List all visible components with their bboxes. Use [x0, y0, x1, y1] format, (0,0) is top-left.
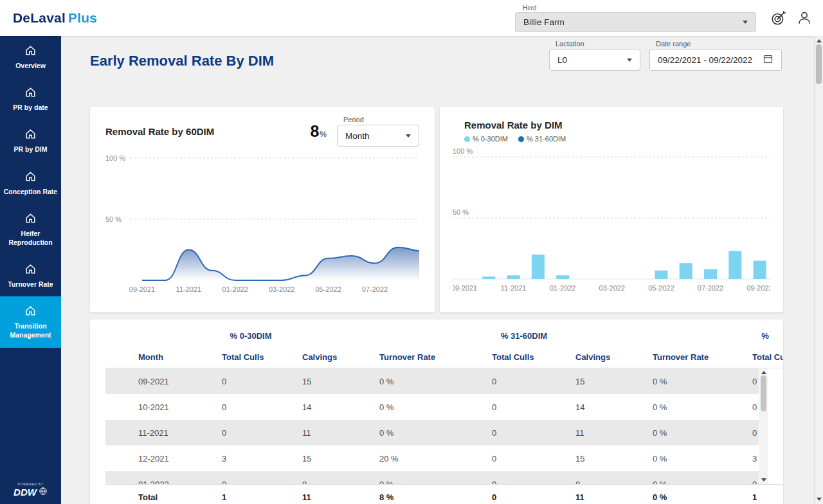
total-cell: 1 [222, 492, 302, 502]
scroll-down-icon[interactable] [817, 498, 822, 501]
svg-text:09-2022: 09-2022 [746, 284, 770, 292]
sidebar-item-pr-by-dim[interactable]: PR by DIM [0, 120, 61, 161]
table-cell: 15 [575, 454, 653, 464]
legend-item: % 0-30DIM [464, 135, 508, 143]
table-cell: 09-2021 [138, 377, 222, 386]
sidebar-item-label: Conception Rate [3, 187, 58, 196]
table-cell: 10-2021 [138, 402, 222, 412]
table-row: MonthTotal CullsCalvingsTurnover RateTot… [105, 346, 783, 368]
svg-text:50 %: 50 % [453, 208, 469, 216]
column-header-cell: Month [138, 352, 222, 362]
home-icon [24, 44, 37, 59]
table-cell: 0 [752, 377, 759, 386]
line-chart: 100 %50 %09-202111-202101-202203-202205-… [105, 149, 419, 301]
line-card-controls: 8 % Period Month [310, 116, 419, 147]
sidebar-item-overview[interactable]: Overview [0, 36, 61, 78]
home-icon [24, 86, 37, 101]
sidebar-item-heifer-reproduction[interactable]: Heifer Reproduction [0, 204, 61, 255]
total-cell: 0 % [653, 492, 752, 502]
table-cell: 11 [575, 428, 653, 438]
scroll-up-icon[interactable] [761, 371, 766, 374]
scroll-down-icon[interactable] [761, 478, 766, 482]
total-cell: 1 [752, 492, 783, 502]
sidebar-item-transition-management[interactable]: Transition Management [0, 296, 61, 347]
daterange-input[interactable]: 09/22/2021 - 09/22/2022 [649, 49, 782, 71]
table-cell: 0 [222, 377, 302, 386]
page-scrollbar[interactable] [814, 36, 823, 504]
column-header-cell: Turnover Rate [653, 352, 752, 362]
svg-text:07-2022: 07-2022 [698, 284, 723, 292]
app-logo: DeLavalPlus [13, 10, 97, 26]
column-header-cell: Turnover Rate [379, 352, 492, 362]
period-select[interactable]: Month [337, 125, 419, 147]
table-cell: 0 % [379, 377, 492, 386]
sidebar-item-pr-by-date[interactable]: PR by date [0, 78, 61, 120]
table-cell: 01-2022 [138, 480, 222, 485]
powered-by-label: POWERED BY [0, 482, 61, 486]
legend-dot-icon [464, 136, 470, 142]
lactation-select[interactable]: L0 [549, 49, 640, 71]
table-cell: 0 % [653, 454, 752, 464]
total-cell: 11 [575, 492, 653, 502]
vertical-scroll-thumb[interactable] [761, 375, 766, 411]
table-cell: 0 [492, 402, 575, 412]
table-cell: 0 [492, 454, 575, 464]
target-icon[interactable] [770, 10, 787, 26]
svg-text:03-2022: 03-2022 [599, 284, 625, 292]
table-cell: 0 % [653, 377, 752, 386]
table-row: 09-20210150 %0150 %0 [105, 368, 759, 394]
user-icon[interactable] [796, 10, 813, 26]
table-vertical-scrollbar[interactable] [759, 368, 768, 484]
table-cell: 0 % [379, 428, 492, 438]
logo-delaval: DeLaval [13, 10, 66, 25]
sidebar-item-label: Turnover Rate [3, 280, 58, 289]
table-group-headers: % 0-30DIM% 31-60DIM% [105, 330, 783, 346]
total-cell: Total [138, 492, 222, 502]
page-scroll-thumb[interactable] [816, 44, 822, 84]
line-card-header: Removal Rate by 60DIM 8 % Period Month [105, 116, 419, 147]
table-row: 01-2022080 %080 %0 [105, 471, 759, 484]
chevron-down-icon [627, 59, 632, 62]
table-cell: 0 [492, 480, 575, 485]
table-cell: 3 [222, 454, 302, 464]
svg-text:09-2021: 09-2021 [453, 284, 477, 292]
table-cell: 0 % [379, 402, 492, 412]
table-cell: 14 [575, 402, 653, 412]
table-cell: 0 [752, 402, 759, 412]
sidebar-item-conception-rate[interactable]: Conception Rate [0, 162, 61, 204]
home-icon [24, 128, 37, 143]
table-cell: 3 [752, 454, 759, 464]
herd-label: Herd [523, 4, 756, 12]
column-header-cell: Calvings [302, 352, 379, 362]
table-cell: 0 [752, 428, 759, 438]
lactation-value: L0 [557, 55, 567, 65]
table-cell: 0 % [379, 480, 492, 485]
home-icon [24, 212, 37, 227]
table-group-label: % 31-60DIM [501, 331, 547, 341]
chevron-down-icon [743, 21, 748, 24]
sidebar-item-turnover-rate[interactable]: Turnover Rate [0, 255, 61, 296]
herd-field: Herd Billie Farm [515, 4, 756, 32]
table-cell: 20 % [379, 454, 492, 464]
table-cell: 15 [302, 454, 379, 464]
removal-rate-dim-card: Removal Rate by DIM % 0-30DIM% 31-60DIM … [440, 107, 783, 312]
total-cell: 11 [302, 492, 379, 502]
table-cell: 0 % [653, 428, 752, 438]
table-cell: 0 % [653, 402, 752, 412]
scroll-up-icon[interactable] [817, 39, 822, 42]
legend-item: % 31-60DIM [518, 135, 566, 143]
kpi: 8 % [310, 122, 327, 141]
bar-chart: 100 %50 %09-202111-202101-202203-202205-… [453, 148, 770, 300]
table-cell: 0 [492, 428, 575, 438]
svg-text:05-2022: 05-2022 [315, 285, 341, 293]
bar-chart-title: Removal Rate by DIM [464, 120, 770, 130]
page-title: Early Removal Rate By DIM [90, 53, 274, 69]
bar-chart-legend: % 0-30DIM% 31-60DIM [464, 135, 770, 143]
herd-select[interactable]: Billie Farm [515, 12, 756, 32]
table-cell: 0 [752, 480, 759, 485]
table-row: 12-202131520 %0150 %3 [105, 446, 759, 471]
table-row: 11-20210110 %0110 %0 [105, 420, 759, 446]
chart-cards-row: Removal Rate by 60DIM 8 % Period Month [90, 107, 814, 312]
table-cell: 12-2021 [138, 454, 222, 464]
table-header: MonthTotal CullsCalvingsTurnover RateTot… [105, 346, 783, 368]
